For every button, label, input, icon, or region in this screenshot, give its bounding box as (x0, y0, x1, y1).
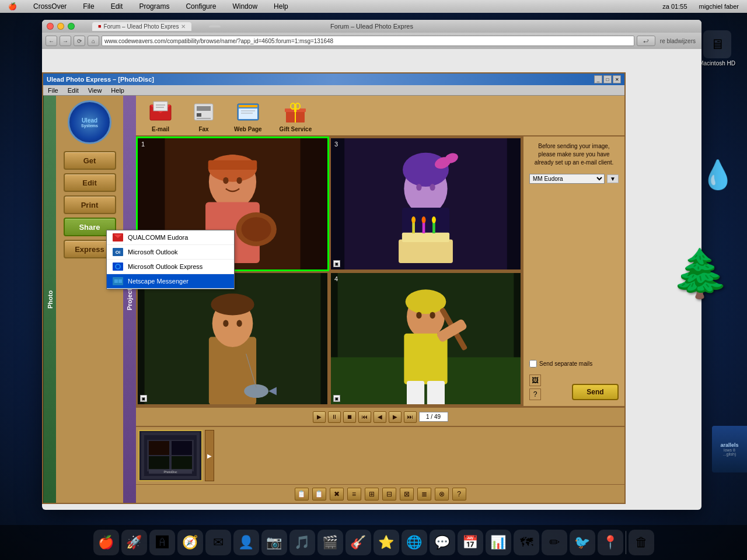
taskbar-maps[interactable]: 🗺 (514, 530, 539, 555)
outlook-express-icon (113, 262, 123, 271)
webpage-tool[interactable]: Web Page (234, 99, 262, 132)
back-button[interactable]: ← (46, 36, 57, 46)
print-button[interactable]: Print (64, 195, 116, 214)
giftservice-tool[interactable]: Gift Service (280, 99, 312, 132)
browser-maximize-btn[interactable] (68, 23, 75, 30)
mac-hd-icon[interactable]: 🖥 Macintosh HD (699, 30, 735, 66)
app-edit-menu[interactable]: Edit (65, 86, 81, 94)
photo-cell-4[interactable]: 4 (329, 271, 522, 406)
taskbar-garageband[interactable]: 🎸 (345, 530, 371, 555)
browser-tab-active[interactable]: ■ Forum – Ulead Photo Expres ✕ (92, 22, 191, 31)
action-info-btn[interactable]: ⊗ (435, 488, 449, 501)
fax-tool[interactable]: Fax (191, 99, 217, 132)
action-details-btn[interactable]: ≣ (417, 488, 431, 501)
taskbar-trash[interactable]: 🗑 (629, 530, 654, 555)
taskbar-imovie[interactable]: 🎬 (317, 530, 343, 555)
prev-btn[interactable]: ◀ (374, 411, 386, 423)
filmstrip-arrow[interactable]: ▶ (205, 430, 214, 481)
taskbar-finder[interactable]: 🍎 (93, 530, 119, 555)
pause-btn[interactable]: ⏸ (328, 411, 341, 423)
panel-icon-1[interactable]: 🖼 (529, 374, 541, 386)
send-button[interactable]: Send (572, 384, 619, 400)
edit-button[interactable]: Edit (64, 173, 116, 192)
help-menu[interactable]: Help (270, 1, 292, 12)
taskbar-gps[interactable]: 📍 (598, 530, 623, 555)
taskbar-safari[interactable]: 🧭 (177, 530, 203, 555)
app-help-menu[interactable]: Help (109, 86, 127, 94)
taskbar-launchpad[interactable]: 🚀 (121, 530, 147, 555)
action-delete-btn[interactable]: ✖ (330, 488, 344, 501)
action-list-btn[interactable]: ≡ (347, 488, 361, 501)
taskbar-itunes[interactable]: 🎵 (289, 530, 315, 555)
app-minimize-btn[interactable]: _ (594, 75, 602, 83)
svg-point-66 (416, 312, 421, 319)
photo-cell-2[interactable]: 2 (136, 271, 329, 406)
play-btn[interactable]: ▶ (313, 411, 326, 423)
dropdown-eudora[interactable]: QUALCOMM Eudora (107, 230, 234, 245)
photo-cell-3[interactable]: 3 (329, 136, 522, 271)
refresh-button[interactable]: ⟳ (74, 36, 85, 46)
email-tool[interactable]: E-mail (148, 99, 173, 132)
taskbar-calendar[interactable]: 📅 (458, 530, 483, 555)
crossover-menu[interactable]: CrossOver (30, 1, 70, 12)
browser-close-btn[interactable] (47, 23, 54, 30)
taskbar-skype[interactable]: 💬 (430, 530, 455, 555)
netscape-icon (113, 277, 123, 285)
email-client-dropdown[interactable]: MM Eudora Microsoft Outlook Microsoft Ou… (529, 174, 605, 184)
bookmarks-label: re bladwijzers (658, 38, 698, 44)
app-close-btn[interactable]: ✕ (613, 75, 621, 83)
action-close-btn[interactable]: ⊠ (400, 488, 414, 501)
go-button[interactable]: ⮐ (637, 36, 655, 46)
photo-marker-3: ▣ (333, 260, 340, 267)
taskbar-chrome[interactable]: 🌐 (402, 530, 427, 555)
send-separate-checkbox[interactable] (529, 360, 537, 368)
svg-point-46 (430, 184, 435, 191)
droplets-icon[interactable]: 💧 (700, 159, 735, 191)
action-help-btn[interactable]: ? (452, 488, 466, 501)
get-button[interactable]: Get (64, 151, 116, 170)
configure-menu[interactable]: Configure (182, 1, 219, 12)
dropdown-outlook[interactable]: Ol Microsoft Outlook (107, 245, 234, 260)
action-grid-btn[interactable]: ⊞ (365, 488, 379, 501)
taskbar-mail[interactable]: ✉ (205, 530, 231, 555)
taskbar-twitter[interactable]: 🐦 (570, 530, 595, 555)
window-menu[interactable]: Window (229, 1, 261, 12)
desktop: 🖥 Macintosh HD 💧 ■ Forum – Ulead Photo E… (0, 13, 747, 560)
taskbar-pen[interactable]: ✏ (542, 530, 567, 555)
dropdown-outlook-express[interactable]: Microsoft Outlook Express (107, 260, 234, 274)
project-tab[interactable]: Project (123, 96, 136, 503)
first-btn[interactable]: ⏮ (358, 411, 371, 423)
app-view-menu[interactable]: View (86, 86, 104, 94)
dropdown-netscape[interactable]: Netscape Messenger (107, 274, 234, 289)
next-btn[interactable]: ▶ (389, 411, 402, 423)
action-copy-btn[interactable]: 📋 (295, 488, 309, 501)
apple-menu[interactable]: 🍎 (5, 1, 20, 12)
last-btn[interactable]: ⏭ (404, 411, 417, 423)
taskbar-contacts[interactable]: 👤 (233, 530, 259, 555)
address-bar[interactable]: www.codeweavers.com/compatibility/browse… (102, 36, 634, 46)
forward-button[interactable]: → (60, 36, 71, 46)
edit-menu[interactable]: Edit (107, 1, 127, 12)
browser-tab-empty[interactable] (209, 25, 221, 27)
svg-rect-10 (239, 105, 257, 107)
top-toolbar: E-mail Fax (136, 96, 624, 136)
panel-icon-2[interactable]: ? (529, 388, 541, 400)
taskbar-numbers[interactable]: 📊 (486, 530, 511, 555)
svg-rect-87 (118, 279, 122, 283)
dropdown-arrow[interactable]: ▼ (607, 174, 619, 183)
taskbar-star[interactable]: ⭐ (374, 530, 399, 555)
film-thumbnail[interactable]: PhotoDisc (138, 430, 203, 481)
stop-btn[interactable]: ⏹ (343, 411, 356, 423)
action-remove-btn[interactable]: ⊟ (382, 488, 396, 501)
taskbar-appstore[interactable]: 🅰 (149, 530, 175, 555)
home-button[interactable]: ⌂ (88, 36, 99, 46)
programs-menu[interactable]: Programs (135, 1, 173, 12)
file-menu[interactable]: File (79, 1, 97, 12)
taskbar-iphoto[interactable]: 📷 (261, 530, 287, 555)
app-maximize-btn[interactable]: □ (603, 75, 612, 83)
browser-minimize-btn[interactable] (57, 23, 64, 30)
action-paste-btn[interactable]: 📋 (312, 488, 326, 501)
giftservice-label: Gift Service (280, 126, 312, 132)
photo-tab[interactable]: Photo (43, 96, 56, 503)
app-file-menu[interactable]: File (46, 86, 61, 94)
